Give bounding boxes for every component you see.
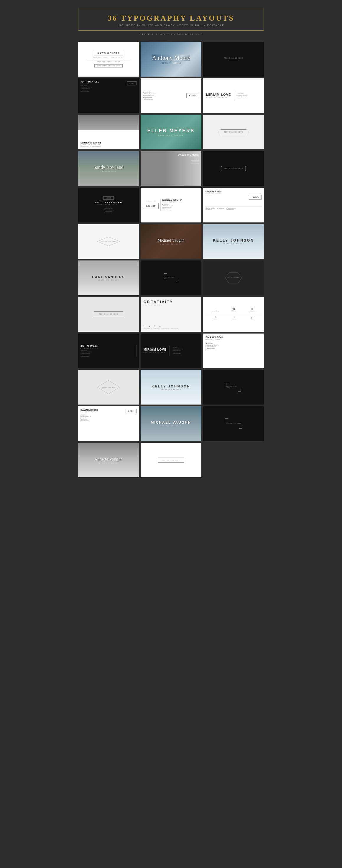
card-dawn-meyers-icons: DAWN MEYERS GRAPHIC DESIGNER LOGO 555 44…	[78, 406, 139, 441]
card22-text: TEXT OR LOGO HERE	[99, 313, 118, 315]
card24-top-icons: ⌂ 9621 Main Street Ave.Palm Island Co. ☎…	[205, 308, 261, 314]
card14-logo: LOGO	[143, 203, 159, 209]
card23-icon-tw: t	[154, 325, 155, 327]
card9-shape: TEXT OR LOGO HERE	[219, 129, 249, 135]
header-box: 36 TYPOGRAPHY LAYOUTS INCLUDED IN WHITE …	[78, 9, 264, 31]
card19-name: CARL SANDERS	[92, 275, 125, 279]
card35-border: TEXT OR LOGO HERE	[158, 458, 184, 463]
card34-name: Annette Vaughn	[94, 457, 123, 462]
card26-divider	[170, 346, 170, 356]
card-grid: DAWN MEYERS GRAPHIC DESIGNER +10 555 224…	[78, 42, 264, 477]
card4-left: JOHN DANIELS MARKETING ☎ 555 445 445 ⌂ 1…	[81, 81, 125, 92]
card23-icon-web: ⊕	[159, 325, 161, 327]
card21-text: TEXT OR LOGO HERE	[227, 277, 240, 278]
card24-twitter: t twitter.com/username	[232, 316, 236, 320]
card4-logo: LOGO	[127, 81, 137, 86]
card30-tl	[226, 383, 229, 386]
card13-name: MATT STRANGER	[95, 201, 123, 204]
card4-info: ☎ 555 445 445 ⌂ 1920 Main St, Palm Id. C…	[81, 85, 125, 92]
card5-logo-box: LOGO	[186, 93, 199, 98]
card-creativity: CREATIVITY GRAPHIC DESIGN f ◉ t ⊕ 290 Lo…	[141, 297, 201, 332]
card26-name: MIRIAM LOVE	[144, 348, 167, 351]
card30-brackets: TEXT OR LOGO HERE	[226, 383, 241, 392]
card-kelly-johnson-1: KELLY JOHNSON GRAPHIC DESIGNER	[203, 224, 264, 259]
card23-icon-ig: ◉	[149, 325, 150, 327]
card23-title: CREATIVITY	[144, 300, 198, 304]
card33-br	[239, 425, 243, 429]
header-title: 36 TYPOGRAPHY LAYOUTS	[87, 14, 255, 23]
card-matt-stranger: LOGO MATT STRANGER GRAPHIC DESIGNER 555 …	[78, 188, 139, 222]
card33-tl	[225, 418, 228, 422]
card24-icon-phone: ☎ 555 445 445+555 445 344	[231, 308, 236, 313]
card-john-daniels: JOHN DANIELS MARKETING ☎ 555 445 445 ⌂ 1…	[78, 79, 139, 113]
card8-name: ELLEN MEYERS	[147, 128, 195, 133]
card16-shape: TEXT OR LOGO HERE	[97, 236, 120, 247]
card15-logo: LOGO	[249, 195, 261, 200]
card-black-corner-2: TEXT OR LOGO HERE	[203, 406, 264, 441]
card24-google: g+ google+/username	[251, 316, 254, 320]
card20-text: TEXT OR LOGO HERE	[164, 276, 178, 279]
card23-info: 290 Los Angeles, Ca +1 555 445 445 johnd…	[144, 328, 198, 329]
card13-info: 555 445 445 johndoe@office.com 1920 Main…	[103, 207, 114, 214]
card7-title: BUSINESS MANAGER	[81, 144, 102, 145]
card-white-minimal: TEXT OR LOGO HERE	[141, 443, 201, 477]
card11-content: DAWN MEYERS GRAPHIC DESIGNER 555 445 445…	[178, 154, 199, 164]
card6-divider	[234, 90, 234, 101]
card4-title: MARKETING	[81, 83, 125, 84]
card24-icon-email: ✉ johndoe@office.comwww.website.com	[249, 308, 255, 313]
card17-title: GRAPHIC DESIGNER	[161, 243, 181, 245]
card-icons-contact: ⌂ 9621 Main Street Ave.Palm Island Co. ☎…	[203, 297, 264, 332]
card10-name: Sandy Rowland	[93, 165, 123, 170]
card29-name: KELLY JOHNSON	[151, 384, 190, 388]
card14-name: DONNA STYLE	[162, 199, 199, 202]
card-sandy-rowland: Sandy Rowland PHOTOGRAPHY	[78, 151, 139, 186]
header-subtitle: INCLUDED IN WHITE AND BLACK - TEXT IS FU…	[87, 24, 255, 27]
card24-facebook: f facebook.com/username	[213, 316, 218, 320]
card-carl-sanders: CARL SANDERS GRAPHIC DESIGNER	[78, 260, 139, 295]
card28-shape: TEXT OR LOGO HERE	[97, 380, 120, 395]
card-diamond-2: TEXT OR LOGO HERE	[78, 370, 139, 405]
card-logo-right: ☎ 555 445 445 ⌂ 1920 Main St, Palm Id. C…	[141, 79, 201, 113]
card-miriam-love-dark: MIRIAM LOVE BUSINESS MANAGER 555 445 445…	[141, 334, 201, 368]
card-anthony-moore: Anthony Moore DIGITAL ARTIST	[141, 42, 201, 76]
page-wrapper: 36 TYPOGRAPHY LAYOUTS INCLUDED IN WHITE …	[78, 0, 264, 492]
card12-text: TEXT OR LOGO HERE	[221, 166, 247, 171]
card-john-west: JOHN WEST ART DIRECTION ☎ 555 445 445 ⌂ …	[78, 334, 139, 368]
card5-logo: LOGO	[186, 93, 199, 98]
card7-name: MIRIAM LOVE	[81, 141, 102, 144]
card6-name: MIRIAM LOVE	[206, 93, 231, 96]
card23-social-icons: f ◉ t ⊕	[144, 323, 198, 327]
card-ellen-meyers: ELLEN MEYERS CREATIVE DIRECTOR	[141, 115, 201, 149]
card-kelly-johnson-2: KELLY JOHNSON GENERAL MANAGER	[141, 370, 201, 405]
card14-title: FASHION DESIGNER	[162, 202, 199, 203]
card-david-olsen: DAVID OLSEN CREATIVE DIRECTOR LOGO ⌂ 982…	[203, 188, 264, 222]
card-michael-vaughn-2: MICHAEL VAUGHN GRAPHIC DESIGNER	[141, 406, 201, 441]
card1-title: GRAPHIC DESIGNER +10 555 224 445	[93, 57, 123, 58]
card26-name-block: MIRIAM LOVE BUSINESS MANAGER	[144, 348, 167, 353]
card32-title: GRAPHIC DESIGNER	[161, 425, 181, 427]
card27-divider	[205, 342, 261, 342]
card27-title: FASHION DESIGNER	[205, 339, 261, 340]
card34-title: FASHION DESIGNER	[98, 462, 119, 464]
card25-divider	[137, 345, 137, 356]
card30-text: TEXT OR LOGO HERE	[226, 386, 241, 389]
card3-content: TEXT OR LOGO HERE	[224, 58, 243, 61]
card-dawn-meyers-photo: DAWN MEYERS GRAPHIC DESIGNER 555 445 445…	[141, 151, 201, 186]
card33-text: TEXT OR LOGO HERE	[226, 423, 241, 424]
card-miriam-love-photo: MIRIAM LOVE BUSINESS MANAGER 1920 Main S…	[78, 115, 139, 149]
card18-name: KELLY JOHNSON	[213, 238, 254, 243]
card22-border: TEXT OR LOGO HERE	[94, 311, 123, 317]
card-hexagon-dark: TEXT OR LOGO HERE	[203, 260, 264, 295]
card-hexagon-1: TEXT OR LOGO HERE	[203, 115, 264, 149]
card8-title: CREATIVE DIRECTOR	[158, 134, 184, 136]
card14-logo-block: YOUR LOGO HERE LOGO	[143, 200, 159, 209]
card-black-bracket-1: TEXT OR LOGO HERE	[203, 151, 264, 186]
card7-info: 1920 Main St. Palm Id. Co. miriamloce@of…	[81, 146, 102, 147]
card20-brackets: TEXT OR LOGO HERE	[164, 273, 178, 282]
card16-text: TEXT OR LOGO HERE	[101, 241, 116, 242]
card13-logo: LOGO	[103, 196, 114, 200]
card1-website: OFFICE@DAWNMEYERS.COM	[94, 60, 123, 63]
card32-name: MICHAEL VAUGHN	[151, 421, 191, 425]
card24-icon-home: ⌂ 9621 Main Street Ave.Palm Island Co.	[212, 308, 219, 313]
card4-name: JOHN DANIELS	[81, 81, 125, 83]
